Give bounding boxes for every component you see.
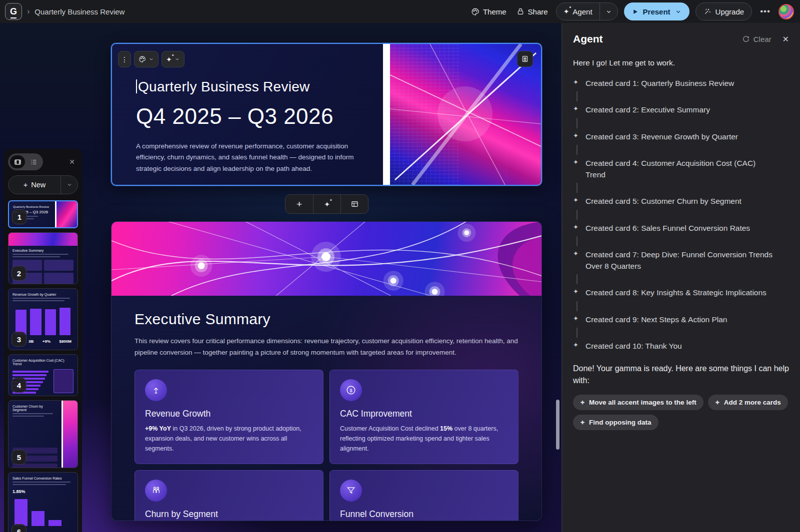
ai-add-card-button[interactable]: ✦	[313, 195, 340, 213]
plus-icon: +	[24, 181, 28, 189]
sparkles-icon: ✦	[166, 55, 172, 63]
badge-annual-review[interactable]: ANNUAL REVIEW	[136, 185, 196, 186]
add-card-button[interactable]: +	[286, 195, 313, 213]
sparkle-icon: ✦	[580, 419, 585, 426]
thumb-banner-image	[8, 233, 78, 246]
chip-label: Move all accent images to the left	[589, 399, 696, 406]
topbar: G › Quarterly Business Review Theme Shar…	[0, 0, 800, 23]
sparkle-icon: ✦	[573, 314, 581, 325]
suggestion-chip[interactable]: ✦Move all accent images to the left	[573, 395, 704, 410]
agent-step-text: Created card 4: Customer Acquisition Cos…	[586, 157, 763, 181]
thumb-bar-chart	[12, 306, 74, 335]
sparkle-icon: ✦	[573, 195, 581, 207]
upgrade-button[interactable]: Upgrade	[696, 2, 752, 20]
chip-label: Find opposing data	[589, 419, 652, 426]
card-style-button[interactable]	[134, 51, 158, 67]
suggestion-chip[interactable]: ✦Add 2 more cards	[708, 395, 788, 410]
list-view-button[interactable]	[26, 155, 41, 168]
badge-executive-edition[interactable]: EXECUTIVE EDITION	[200, 185, 271, 186]
agent-step-text: Created card 7: Deep Dive: Funnel Conver…	[586, 249, 778, 272]
slide-thumbnail-6[interactable]: Sales Funnel Conversion Rates 1.85% 6	[8, 472, 78, 532]
summary-tile-cac-improvement[interactable]: $ CAC Improvement Customer Acquisition C…	[330, 370, 518, 464]
breadcrumb-title[interactable]: Quarterly Business Review	[34, 7, 124, 16]
breadcrumb-chevron-icon: ›	[27, 7, 30, 16]
tile-title: Funnel Conversion	[340, 509, 508, 520]
banner-network-art	[112, 222, 542, 296]
close-panel-button[interactable]: ✕	[66, 157, 78, 167]
avatar[interactable]	[778, 4, 794, 19]
theme-button[interactable]: Theme	[469, 4, 508, 19]
card-notes-button[interactable]	[517, 51, 533, 67]
agent-step-text: Created card 8: Key Insights & Strategic…	[586, 287, 766, 298]
agent-steps: ✦Created card 1: Quarterly Business Revi…	[573, 77, 789, 352]
summary-tile-churn-by-segment[interactable]: Churn by Segment Enterprise holds firm a…	[134, 470, 324, 521]
thumb-grouped-bar-chart	[12, 422, 58, 444]
step-connector	[576, 118, 578, 128]
slide-description[interactable]: A comprehensive review of revenue perfor…	[136, 141, 362, 174]
card-2-executive-summary[interactable]: Executive Summary This review covers fou…	[111, 221, 542, 521]
step-connector	[576, 145, 578, 155]
close-agent-panel-button[interactable]: ✕	[782, 34, 789, 44]
slide-thumbnail-1[interactable]: Quarterly Business Review Q4 2025 – Q3 2…	[8, 200, 78, 228]
card-ai-button[interactable]: ✦	[162, 51, 184, 67]
new-card-button[interactable]: + New	[8, 176, 60, 194]
section-description[interactable]: This review covers four critical perform…	[134, 336, 518, 359]
sparkle-icon: ✦	[573, 104, 581, 115]
editor-canvas[interactable]: ⋮ ✦ Quarterly Business Review Q4 2025	[0, 23, 562, 532]
more-options-button[interactable]: •••	[758, 4, 772, 18]
agent-step-text: Created card 2: Executive Summary	[586, 104, 710, 115]
card-1-title-slide[interactable]: ⋮ ✦ Quarterly Business Review Q4 2025	[111, 43, 542, 186]
card-1-content: ⋮ ✦ Quarterly Business Review Q4 2025	[112, 44, 383, 185]
canvas-scrollbar[interactable]	[556, 400, 560, 450]
refresh-icon	[742, 35, 750, 43]
step-connector	[576, 274, 578, 284]
topbar-right: Theme Share ✦ Agent Present U	[469, 2, 794, 20]
slide-list-header: ✕	[8, 153, 78, 170]
slide-number-badge: 1	[12, 209, 27, 224]
banner-image[interactable]	[112, 222, 542, 296]
agent-button[interactable]: ✦ Agent	[556, 3, 600, 20]
slide-thumbnail-3[interactable]: Revenue Growth by Quarter 3B +9% $800M 3	[8, 288, 78, 350]
sparkle-icon: ✦	[573, 340, 581, 352]
glow-node	[458, 224, 476, 242]
summary-tile-funnel-conversion[interactable]: Funnel Conversion MQL-to-SQL at 30% is t…	[330, 470, 518, 521]
slide-title[interactable]: Quarterly Business Review	[136, 79, 383, 95]
clear-label: Clear	[754, 35, 772, 43]
suggestion-chip[interactable]: ✦Find opposing data	[573, 415, 658, 430]
thumb-accent-image	[55, 201, 77, 227]
chevron-down-icon	[606, 8, 612, 15]
glow-node	[425, 282, 445, 296]
slide-number-badge: 2	[12, 266, 26, 281]
summary-tiles: Revenue Growth +9% YoY in Q3 2026, drive…	[134, 370, 518, 521]
agent-step-item: ✦Created card 3: Revenue Growth by Quart…	[573, 131, 789, 142]
template-card-button[interactable]	[340, 195, 368, 213]
agent-dropdown-button[interactable]	[600, 3, 618, 20]
sparkles-icon: ✦	[564, 7, 570, 15]
present-button[interactable]: Present	[624, 2, 690, 20]
card-options-button[interactable]: ⋮	[118, 51, 131, 67]
step-connector	[576, 91, 578, 101]
filmstrip-view-button[interactable]	[10, 155, 25, 168]
section-title[interactable]: Executive Summary	[134, 311, 518, 328]
agent-step-text: Created card 1: Quarterly Business Revie…	[586, 77, 734, 89]
share-button[interactable]: Share	[514, 4, 550, 19]
agent-step-text: Created card 10: Thank You	[586, 340, 682, 352]
new-card-dropdown-button[interactable]	[60, 176, 78, 194]
clear-button[interactable]: Clear	[742, 35, 772, 43]
tile-title: CAC Improvement	[340, 409, 508, 419]
slide-heading[interactable]: Q4 2025 – Q3 2026	[136, 104, 383, 129]
agent-step-item: ✦Created card 10: Thank You	[573, 340, 789, 352]
play-icon	[632, 8, 638, 15]
summary-tile-revenue-growth[interactable]: Revenue Growth +9% YoY in Q3 2026, drive…	[134, 370, 324, 464]
thumb-title: Revenue Growth by Quarter	[12, 293, 74, 296]
sparkle-icon: ✦	[573, 77, 581, 89]
insert-card-toolbar: + ✦	[285, 194, 368, 214]
sparkle-icon: ✦	[715, 399, 720, 406]
slide-thumbnail-2[interactable]: Executive Summary 2	[8, 232, 78, 284]
share-label: Share	[528, 7, 548, 16]
gamma-logo[interactable]: G	[5, 3, 22, 20]
palette-icon	[471, 7, 480, 16]
slide-thumbnail-5[interactable]: Customer Churn by Segment 5	[8, 400, 78, 468]
slide-thumbnail-4[interactable]: Customer Acquisition Cost (CAC) Trend 4	[8, 354, 78, 396]
sparkle-icon: ✦	[573, 249, 581, 272]
